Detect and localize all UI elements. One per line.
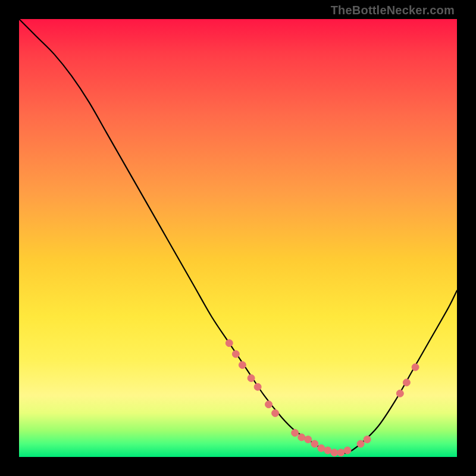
plot-area <box>19 19 457 457</box>
data-marker <box>265 401 273 408</box>
data-marker <box>239 361 246 368</box>
watermark-text: TheBottleNecker.com <box>331 4 455 17</box>
data-marker <box>292 430 299 437</box>
data-marker <box>412 364 419 371</box>
chart-stage: TheBottleNecker.com <box>0 0 476 476</box>
data-marker <box>226 340 233 347</box>
data-marker <box>364 436 371 443</box>
data-marker <box>272 409 279 416</box>
data-marker <box>318 444 325 452</box>
data-marker <box>337 449 345 456</box>
data-marker <box>305 436 312 443</box>
data-marker <box>357 440 364 447</box>
data-marker <box>232 350 239 358</box>
data-marker <box>344 447 351 454</box>
data-marker <box>396 390 403 397</box>
data-marker <box>298 434 305 441</box>
chart-overlay <box>19 19 457 457</box>
data-marker <box>254 383 261 390</box>
data-marker <box>324 447 331 454</box>
data-marker <box>248 375 255 382</box>
bottleneck-curve <box>19 19 457 453</box>
data-marker <box>331 449 338 456</box>
data-marker <box>403 379 410 386</box>
data-markers <box>226 340 419 456</box>
data-marker <box>311 440 318 447</box>
